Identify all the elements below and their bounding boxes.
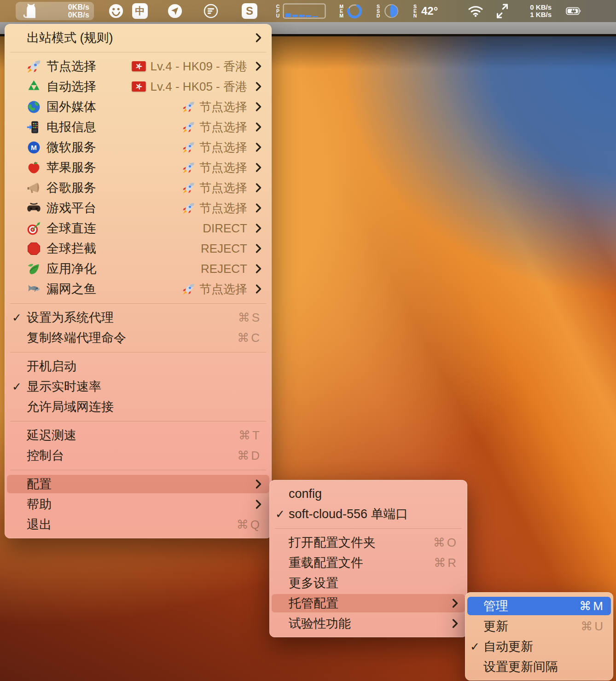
menu-item-shortcut: ⌘D [237, 449, 262, 463]
chevron-right-icon [256, 62, 262, 71]
menu-item-shortcut: ⌘T [238, 428, 262, 443]
mem-label: MEM [339, 4, 344, 18]
menu-separator [5, 48, 272, 56]
menu-item-value: Lv.4 - HK09 - 香港 [151, 58, 247, 75]
menu-item-profile-config[interactable]: config [269, 484, 467, 504]
leaf-icon [27, 262, 41, 276]
stop-icon [27, 242, 41, 256]
chevron-right-icon [256, 500, 262, 509]
menu-item-open-config-folder[interactable]: 打开配置文件夹⌘O [269, 532, 467, 553]
menu-item-label: 更新 [483, 618, 508, 635]
checkmark-icon: ✓ [470, 640, 482, 653]
menu-item-quit[interactable]: 退出⌘Q [5, 514, 272, 535]
menu-item-auto-update[interactable]: ✓自动更新 [465, 636, 613, 657]
clash-speed-readout: 0KB/s 0KB/s [68, 3, 89, 19]
globe-icon [27, 100, 41, 114]
input-source-menubar-icon[interactable]: 中 [132, 3, 148, 19]
menu-item-label: 自动更新 [483, 638, 533, 655]
menu-item-value: 节点选择 [199, 139, 247, 156]
menu-item-dashboard[interactable]: 控制台⌘D [5, 445, 272, 466]
menu-item-label: 全球拦截 [46, 240, 96, 257]
battery-icon[interactable] [561, 3, 587, 19]
menu-item-config[interactable]: 配置 [5, 474, 272, 494]
menu-item-node-select[interactable]: 节点选择Lv.4 - HK09 - 香港 [5, 56, 272, 76]
menu-item-apple-services[interactable]: 苹果服务节点选择 [5, 157, 272, 178]
menu-item-label: 配置 [27, 476, 52, 492]
menu-item-global-block[interactable]: 全球拦截REJECT [5, 238, 272, 259]
menu-item-value: 节点选择 [199, 99, 247, 115]
menu-item-outbound-mode[interactable]: 出站模式 (规则) [5, 28, 272, 48]
network-speed-readout[interactable]: 0 KB/s 1 KB/s [530, 4, 552, 18]
m-circle-icon: M [27, 140, 41, 155]
menu-item-update[interactable]: 更新⌘U [465, 616, 613, 636]
phone-arrow-icon [27, 120, 41, 134]
menu-item-allow-lan[interactable]: 允许局域网连接 [5, 397, 272, 417]
rocket-icon [182, 202, 195, 214]
menu-item-label: 漏网之鱼 [46, 281, 96, 297]
menu-separator [269, 524, 467, 532]
menu-item-global-direct[interactable]: 全球直连DIRECT [5, 218, 272, 238]
rocket-icon [182, 283, 195, 295]
menu-item-set-system-proxy[interactable]: ✓设置为系统代理⌘S [5, 307, 272, 328]
menu-separator [5, 466, 272, 474]
menu-item-label: 复制终端代理命令 [27, 329, 126, 346]
menu-item-copy-terminal-proxy-command[interactable]: 复制终端代理命令⌘C [5, 328, 272, 348]
menu-item-value: DIRECT [203, 221, 247, 236]
menu-item-label: 控制台 [27, 447, 64, 464]
temperature-value: 42° [421, 5, 438, 17]
menu-item-shortcut: ⌘M [579, 599, 605, 613]
menu-item-latency-test[interactable]: 延迟测速⌘T [5, 425, 272, 445]
menu-item-set-update-interval[interactable]: 设置更新间隔 [465, 657, 613, 677]
clash-cat-icon [22, 2, 38, 20]
chevron-right-icon [256, 183, 262, 192]
menu-item-label: config [289, 487, 322, 501]
menu-item-shortcut: ⌘S [238, 311, 262, 325]
menu-item-telegram[interactable]: 电报信息节点选择 [5, 117, 272, 137]
ssd-gauge[interactable]: SSD [376, 3, 400, 19]
menu-item-final-fish[interactable]: 漏网之鱼节点选择 [5, 279, 272, 299]
menu-item-label: 重载配置文件 [289, 554, 363, 571]
menu-item-shortcut: ⌘U [581, 619, 605, 634]
mem-ring[interactable]: MEM [339, 3, 363, 19]
navigation-menubar-icon[interactable] [167, 3, 183, 19]
menu-item-experimental-features[interactable]: 试验性功能 [269, 613, 467, 634]
clash-upload-speed: 0KB/s [68, 3, 89, 11]
cpu-graph[interactable]: CPU [275, 3, 326, 19]
menu-item-auto-select[interactable]: 自动选择Lv.4 - HK05 - 香港 [5, 76, 272, 97]
config-submenu: config✓soft-cloud-556 单端口打开配置文件夹⌘O重载配置文件… [269, 480, 467, 637]
target-icon [27, 221, 41, 236]
menu-item-value: REJECT [201, 262, 247, 276]
wifi-icon[interactable] [467, 3, 484, 19]
menu-item-reload-config[interactable]: 重载配置文件⌘R [269, 553, 467, 573]
menu-item-shortcut: ⌘R [434, 556, 458, 570]
s-logo-menubar-icon[interactable]: S [241, 3, 258, 19]
clashx-menubar-item[interactable]: 0KB/s 0KB/s [16, 2, 94, 20]
menu-item-microsoft[interactable]: M微软服务节点选择 [5, 137, 272, 157]
net-down-speed: 1 KB/s [530, 11, 552, 18]
gamepad-icon [27, 201, 41, 215]
menu-item-hosted-config[interactable]: 托管配置 [269, 593, 467, 613]
menu-item-value: 节点选择 [199, 200, 247, 216]
network-activity-icon[interactable] [496, 3, 509, 19]
menu-item-label: 设置为系统代理 [27, 309, 114, 326]
temperature-readout[interactable]: SEN 42° [413, 4, 438, 18]
cpu-history-bars [285, 13, 318, 17]
menu-item-game-platform[interactable]: 游戏平台节点选择 [5, 198, 272, 218]
menu-item-foreign-media[interactable]: 国外媒体节点选择 [5, 97, 272, 117]
menu-item-profile-soft-cloud[interactable]: ✓soft-cloud-556 单端口 [269, 504, 467, 524]
checkmark-icon: ✓ [275, 508, 287, 521]
menu-item-google-services[interactable]: 谷歌服务节点选择 [5, 178, 272, 198]
chevron-right-icon [256, 143, 262, 152]
menu-item-app-purify[interactable]: 应用净化REJECT [5, 259, 272, 279]
menu-item-show-realtime-speed[interactable]: ✓显示实时速率 [5, 376, 272, 397]
menu-item-more-settings[interactable]: 更多设置 [269, 573, 467, 593]
menu-item-label: 管理 [483, 598, 508, 614]
menu-item-label: 延迟测速 [27, 427, 76, 444]
smiley-menubar-icon[interactable] [108, 3, 124, 19]
chevron-right-icon [256, 102, 262, 111]
menu-item-shortcut: ⌘O [433, 536, 458, 550]
menu-item-help[interactable]: 帮助 [5, 494, 272, 514]
list-circle-menubar-icon[interactable] [203, 3, 219, 19]
menu-item-launch-at-login[interactable]: 开机启动 [5, 356, 272, 376]
menu-item-manage[interactable]: 管理⌘M [465, 596, 613, 616]
